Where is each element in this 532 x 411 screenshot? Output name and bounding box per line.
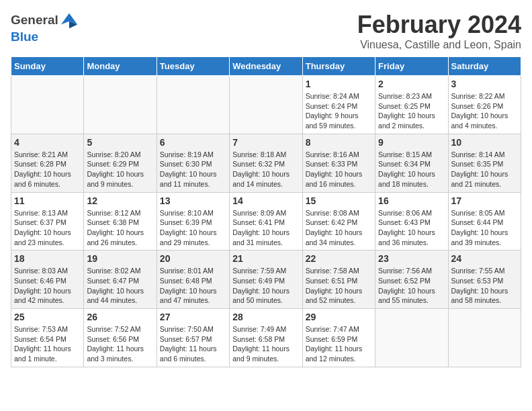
calendar-day-cell: 21Sunrise: 7:59 AM Sunset: 6:49 PM Dayli… bbox=[230, 250, 302, 309]
calendar-table: SundayMondayTuesdayWednesdayThursdayFrid… bbox=[11, 56, 521, 367]
day-info: Sunrise: 8:23 AM Sunset: 6:25 PM Dayligh… bbox=[378, 91, 445, 131]
calendar-day-cell: 14Sunrise: 8:09 AM Sunset: 6:41 PM Dayli… bbox=[230, 192, 302, 250]
calendar-day-cell: 22Sunrise: 7:58 AM Sunset: 6:51 PM Dayli… bbox=[302, 250, 375, 309]
weekday-header: Monday bbox=[84, 57, 157, 76]
day-info: Sunrise: 7:52 AM Sunset: 6:56 PM Dayligh… bbox=[87, 324, 153, 364]
calendar-day-cell bbox=[84, 76, 157, 134]
day-number: 26 bbox=[87, 312, 153, 322]
calendar-day-cell: 12Sunrise: 8:12 AM Sunset: 6:38 PM Dayli… bbox=[84, 192, 157, 250]
calendar-header-row: SundayMondayTuesdayWednesdayThursdayFrid… bbox=[11, 57, 521, 76]
day-number: 5 bbox=[87, 137, 153, 148]
calendar-day-cell: 19Sunrise: 8:02 AM Sunset: 6:47 PM Dayli… bbox=[84, 250, 157, 309]
day-number: 14 bbox=[232, 195, 299, 206]
day-number: 22 bbox=[306, 253, 372, 264]
day-number: 24 bbox=[451, 253, 518, 264]
calendar-day-cell bbox=[11, 76, 84, 134]
day-info: Sunrise: 7:56 AM Sunset: 6:52 PM Dayligh… bbox=[378, 266, 445, 306]
calendar-day-cell: 23Sunrise: 7:56 AM Sunset: 6:52 PM Dayli… bbox=[375, 250, 448, 309]
day-number: 4 bbox=[14, 137, 81, 148]
calendar-day-cell: 8Sunrise: 8:16 AM Sunset: 6:33 PM Daylig… bbox=[302, 134, 375, 192]
day-info: Sunrise: 8:21 AM Sunset: 6:28 PM Dayligh… bbox=[14, 150, 81, 189]
logo-blue: Blue bbox=[11, 30, 38, 44]
calendar-week-row: 4Sunrise: 8:21 AM Sunset: 6:28 PM Daylig… bbox=[11, 134, 521, 192]
day-info: Sunrise: 8:24 AM Sunset: 6:24 PM Dayligh… bbox=[306, 91, 372, 131]
day-info: Sunrise: 8:01 AM Sunset: 6:48 PM Dayligh… bbox=[160, 266, 226, 306]
weekday-header: Wednesday bbox=[230, 57, 302, 76]
day-info: Sunrise: 8:06 AM Sunset: 6:43 PM Dayligh… bbox=[378, 208, 445, 248]
calendar-day-cell: 27Sunrise: 7:50 AM Sunset: 6:57 PM Dayli… bbox=[157, 309, 229, 367]
title-section: February 2024 Vinuesa, Castille and Leon… bbox=[357, 11, 521, 51]
day-info: Sunrise: 7:49 AM Sunset: 6:58 PM Dayligh… bbox=[232, 324, 299, 364]
calendar-day-cell: 29Sunrise: 7:47 AM Sunset: 6:59 PM Dayli… bbox=[302, 309, 375, 367]
day-number: 6 bbox=[160, 137, 226, 148]
day-info: Sunrise: 7:55 AM Sunset: 6:53 PM Dayligh… bbox=[451, 266, 518, 306]
calendar-day-cell: 10Sunrise: 8:14 AM Sunset: 6:35 PM Dayli… bbox=[448, 134, 521, 192]
day-number: 11 bbox=[14, 195, 81, 206]
day-number: 13 bbox=[160, 195, 226, 206]
day-info: Sunrise: 7:53 AM Sunset: 6:54 PM Dayligh… bbox=[14, 324, 81, 364]
day-number: 1 bbox=[306, 79, 372, 89]
day-info: Sunrise: 8:03 AM Sunset: 6:46 PM Dayligh… bbox=[14, 266, 81, 306]
calendar-day-cell bbox=[230, 76, 302, 134]
day-number: 27 bbox=[160, 312, 226, 322]
day-info: Sunrise: 8:16 AM Sunset: 6:33 PM Dayligh… bbox=[306, 150, 372, 189]
calendar-day-cell: 25Sunrise: 7:53 AM Sunset: 6:54 PM Dayli… bbox=[11, 309, 84, 367]
calendar-day-cell: 3Sunrise: 8:22 AM Sunset: 6:26 PM Daylig… bbox=[448, 76, 521, 134]
day-info: Sunrise: 7:59 AM Sunset: 6:49 PM Dayligh… bbox=[232, 266, 299, 306]
calendar-day-cell: 11Sunrise: 8:13 AM Sunset: 6:37 PM Dayli… bbox=[11, 192, 84, 250]
calendar-day-cell: 28Sunrise: 7:49 AM Sunset: 6:58 PM Dayli… bbox=[230, 309, 302, 367]
day-info: Sunrise: 8:13 AM Sunset: 6:37 PM Dayligh… bbox=[14, 208, 81, 248]
day-number: 21 bbox=[232, 253, 299, 264]
calendar-day-cell: 2Sunrise: 8:23 AM Sunset: 6:25 PM Daylig… bbox=[375, 76, 448, 134]
weekday-header: Sunday bbox=[11, 57, 84, 76]
day-number: 18 bbox=[14, 253, 81, 264]
weekday-header: Saturday bbox=[448, 57, 521, 76]
weekday-header: Tuesday bbox=[157, 57, 229, 76]
calendar-week-row: 11Sunrise: 8:13 AM Sunset: 6:37 PM Dayli… bbox=[11, 192, 521, 250]
day-info: Sunrise: 8:12 AM Sunset: 6:38 PM Dayligh… bbox=[87, 208, 153, 248]
calendar-day-cell bbox=[448, 309, 521, 367]
page-header: General Blue February 2024 Vinuesa, Cast… bbox=[11, 11, 521, 51]
calendar-day-cell: 4Sunrise: 8:21 AM Sunset: 6:28 PM Daylig… bbox=[11, 134, 84, 192]
calendar-day-cell: 1Sunrise: 8:24 AM Sunset: 6:24 PM Daylig… bbox=[302, 76, 375, 134]
day-info: Sunrise: 8:15 AM Sunset: 6:34 PM Dayligh… bbox=[378, 150, 445, 189]
calendar-day-cell bbox=[375, 309, 448, 367]
calendar-day-cell bbox=[157, 76, 229, 134]
page-title: February 2024 bbox=[357, 11, 521, 39]
day-info: Sunrise: 8:09 AM Sunset: 6:41 PM Dayligh… bbox=[232, 208, 299, 248]
day-info: Sunrise: 7:47 AM Sunset: 6:59 PM Dayligh… bbox=[306, 324, 372, 364]
day-info: Sunrise: 8:22 AM Sunset: 6:26 PM Dayligh… bbox=[451, 91, 518, 131]
day-info: Sunrise: 8:10 AM Sunset: 6:39 PM Dayligh… bbox=[160, 208, 226, 248]
day-info: Sunrise: 8:02 AM Sunset: 6:47 PM Dayligh… bbox=[87, 266, 153, 306]
logo-bird-icon bbox=[60, 11, 79, 30]
weekday-header: Thursday bbox=[302, 57, 375, 76]
calendar-day-cell: 9Sunrise: 8:15 AM Sunset: 6:34 PM Daylig… bbox=[375, 134, 448, 192]
calendar-day-cell: 13Sunrise: 8:10 AM Sunset: 6:39 PM Dayli… bbox=[157, 192, 229, 250]
logo-general: General bbox=[11, 13, 58, 28]
day-number: 23 bbox=[378, 253, 445, 264]
day-number: 7 bbox=[232, 137, 299, 148]
calendar-week-row: 1Sunrise: 8:24 AM Sunset: 6:24 PM Daylig… bbox=[11, 76, 521, 134]
day-info: Sunrise: 8:19 AM Sunset: 6:30 PM Dayligh… bbox=[160, 150, 226, 189]
day-number: 28 bbox=[232, 312, 299, 322]
calendar-day-cell: 5Sunrise: 8:20 AM Sunset: 6:29 PM Daylig… bbox=[84, 134, 157, 192]
calendar-day-cell: 6Sunrise: 8:19 AM Sunset: 6:30 PM Daylig… bbox=[157, 134, 229, 192]
day-info: Sunrise: 8:08 AM Sunset: 6:42 PM Dayligh… bbox=[306, 208, 372, 248]
calendar-day-cell: 7Sunrise: 8:18 AM Sunset: 6:32 PM Daylig… bbox=[230, 134, 302, 192]
calendar-day-cell: 16Sunrise: 8:06 AM Sunset: 6:43 PM Dayli… bbox=[375, 192, 448, 250]
day-info: Sunrise: 8:18 AM Sunset: 6:32 PM Dayligh… bbox=[232, 150, 299, 189]
day-number: 17 bbox=[451, 195, 518, 206]
day-number: 29 bbox=[306, 312, 372, 322]
logo: General Blue bbox=[11, 11, 79, 44]
day-info: Sunrise: 8:20 AM Sunset: 6:29 PM Dayligh… bbox=[87, 150, 153, 189]
day-number: 16 bbox=[378, 195, 445, 206]
page-subtitle: Vinuesa, Castille and Leon, Spain bbox=[357, 39, 521, 51]
day-number: 3 bbox=[451, 79, 518, 89]
calendar-day-cell: 26Sunrise: 7:52 AM Sunset: 6:56 PM Dayli… bbox=[84, 309, 157, 367]
day-info: Sunrise: 7:50 AM Sunset: 6:57 PM Dayligh… bbox=[160, 324, 226, 364]
day-number: 25 bbox=[14, 312, 81, 322]
day-number: 8 bbox=[306, 137, 372, 148]
day-number: 19 bbox=[87, 253, 153, 264]
day-number: 12 bbox=[87, 195, 153, 206]
day-number: 15 bbox=[306, 195, 372, 206]
